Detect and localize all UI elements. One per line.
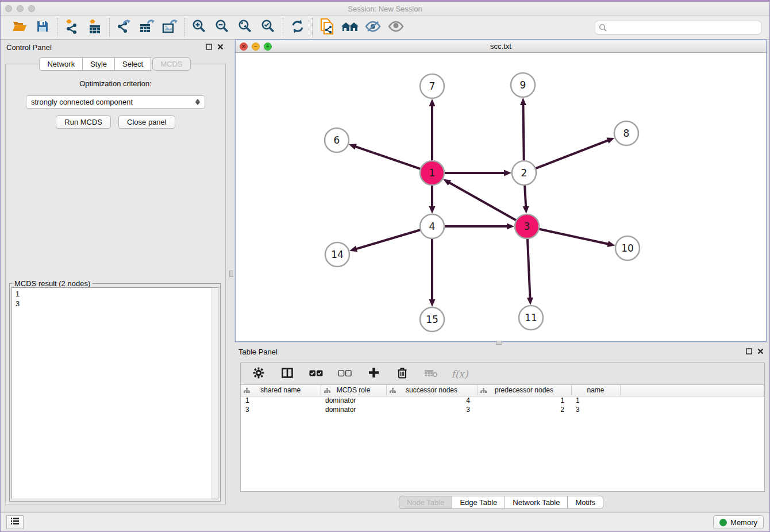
window-title: Session: New Session (1, 5, 769, 13)
network-graph[interactable]: 7968124314101511 (236, 53, 766, 342)
import-table-icon (87, 19, 102, 36)
zoom-fit-button[interactable] (237, 19, 254, 36)
column-header-shared-name[interactable]: shared name (241, 385, 321, 396)
import-network-button[interactable] (63, 19, 80, 36)
table-cell[interactable]: 2 (477, 405, 571, 414)
tab-network[interactable]: Network (39, 57, 83, 71)
export-image-button[interactable] (161, 19, 179, 36)
table-row[interactable]: 3dominator323 (241, 405, 764, 414)
close-panel-icon[interactable] (217, 42, 224, 52)
edge-4-14[interactable] (356, 230, 421, 249)
edge-2-9[interactable] (523, 104, 523, 161)
show-panel-button[interactable] (387, 19, 405, 36)
home-button[interactable] (341, 19, 359, 36)
table-cell[interactable]: 1 (571, 396, 620, 405)
save-session-button[interactable] (34, 19, 51, 36)
table-cell[interactable]: 1 (241, 396, 321, 405)
table-panel: Table Panel (233, 344, 769, 512)
edge-arrowhead (429, 299, 436, 307)
vertical-split-handle[interactable] (229, 271, 233, 277)
export-table-button[interactable] (138, 19, 156, 36)
edge-3-10[interactable] (539, 229, 609, 244)
tab-network-table[interactable]: Network Table (505, 496, 568, 509)
column-header-predecessor-nodes[interactable]: predecessor nodes (477, 385, 571, 396)
tab-style[interactable]: Style (82, 57, 115, 71)
table-cell[interactable]: 1 (477, 396, 571, 405)
show-panels-button[interactable] (6, 515, 24, 529)
network-window: ✕ − + scc.txt 7968124314101511 (235, 40, 767, 342)
tab-node-table[interactable]: Node Table (399, 496, 453, 509)
float-panel-icon[interactable] (206, 42, 212, 52)
table-settings-button[interactable] (250, 365, 267, 383)
graph-node-label-11: 11 (525, 312, 537, 323)
edge-3-1[interactable] (449, 182, 517, 220)
duplicate-network-button[interactable] (318, 19, 336, 36)
refresh-button[interactable] (289, 19, 306, 36)
delete-column-button[interactable] (394, 365, 411, 383)
graph-node-label-4: 4 (429, 221, 436, 232)
edge-arrowhead (429, 206, 436, 214)
delete-table-button[interactable] (422, 365, 440, 383)
duplicate-network-icon (319, 18, 334, 37)
table-cell[interactable]: 3 (571, 405, 620, 414)
table-cell[interactable]: 3 (386, 405, 477, 414)
deselect-all-button[interactable] (336, 365, 353, 383)
optimization-criterion-select[interactable]: strongly connected component (26, 95, 205, 109)
column-header-successor-nodes[interactable]: successor nodes (386, 385, 477, 396)
zoom-selected-button[interactable] (260, 19, 277, 36)
memory-button[interactable]: Memory (713, 515, 764, 529)
result-scrollbar[interactable] (211, 288, 218, 499)
edge-arrowhead (607, 241, 615, 247)
select-all-button[interactable] (307, 365, 325, 383)
mcds-result-group: MCDS result (2 nodes) 1 3 (9, 283, 221, 502)
gear-icon (253, 367, 264, 381)
graph-node-label-3: 3 (524, 221, 530, 232)
hide-panel-button[interactable] (364, 19, 382, 36)
table-cell[interactable]: dominator (321, 396, 386, 405)
export-network-button[interactable] (116, 19, 133, 36)
table-cell[interactable]: 3 (241, 405, 321, 414)
zoom-in-button[interactable] (191, 19, 208, 36)
import-table-button[interactable] (86, 19, 103, 36)
show-column-button[interactable] (279, 365, 296, 383)
mcds-result-textarea[interactable]: 1 3 (11, 287, 218, 499)
refresh-icon (290, 19, 305, 36)
tab-select[interactable]: Select (114, 57, 151, 71)
column-header-name[interactable]: name (571, 385, 620, 396)
edge-1-6[interactable] (355, 147, 421, 169)
tab-edge-table[interactable]: Edge Table (452, 496, 505, 509)
graph-node-label-10: 10 (621, 242, 634, 254)
edge-arrowhead (527, 298, 533, 305)
control-panel-title: Control Panel (6, 43, 52, 52)
open-session-button[interactable] (11, 19, 28, 36)
table-tabs: Node TableEdge TableNetwork TableMotifs (233, 496, 769, 509)
table-cell[interactable]: 4 (386, 396, 477, 405)
create-column-button[interactable] (365, 365, 382, 383)
close-panel-icon[interactable] (757, 346, 764, 357)
run-mcds-button[interactable]: Run MCDS (56, 115, 111, 129)
network-window-titlebar[interactable]: ✕ − + scc.txt (236, 40, 766, 53)
edge-arrowhead (523, 206, 529, 214)
float-panel-icon[interactable] (746, 346, 752, 357)
column-header-MCDS-role[interactable]: MCDS role (321, 385, 386, 396)
edge-3-11[interactable] (528, 238, 530, 299)
trash-icon (397, 367, 407, 381)
table-row[interactable]: 1dominator411 (241, 396, 764, 405)
network-canvas[interactable]: 7968124314101511 (236, 53, 766, 341)
tab-motifs[interactable]: Motifs (567, 496, 603, 509)
checked-checkboxes-icon (309, 369, 323, 379)
edge-2-8[interactable] (536, 140, 609, 168)
tab-mcds[interactable]: MCDS (152, 57, 190, 71)
graph-node-label-15: 15 (426, 314, 438, 325)
function-builder-button[interactable]: f(x) (451, 365, 468, 383)
export-image-icon (162, 19, 178, 36)
zoom-out-icon (215, 19, 230, 36)
combo-stepper-icon (195, 99, 200, 105)
search-input[interactable] (595, 21, 761, 34)
export-table-icon (139, 19, 155, 36)
close-panel-button[interactable]: Close panel (118, 115, 175, 129)
edge-arrowhead (429, 99, 436, 106)
edge-2-3[interactable] (525, 185, 526, 207)
zoom-out-button[interactable] (214, 19, 231, 36)
table-cell[interactable]: dominator (321, 405, 386, 414)
